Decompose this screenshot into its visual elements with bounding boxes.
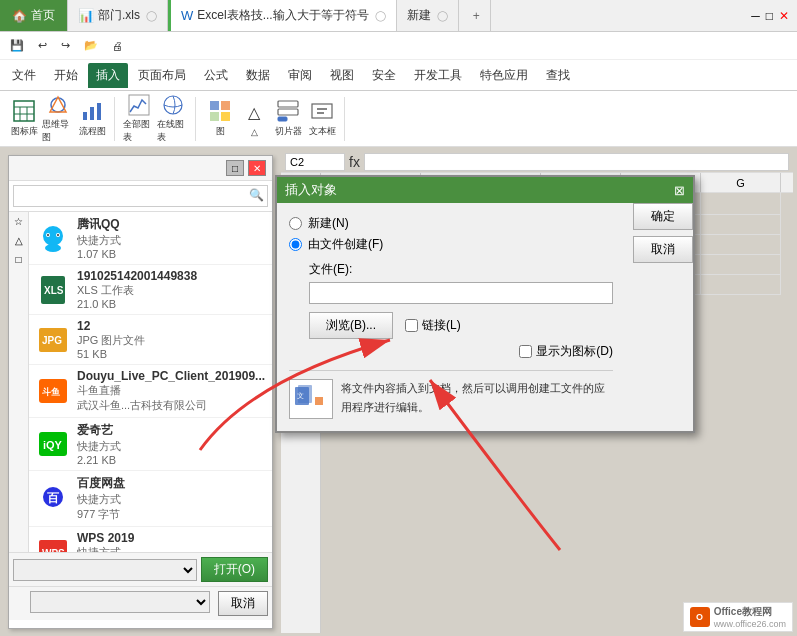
dialog-buttons: 确定 取消 [633,203,693,263]
desc-text: 将文件内容插入到文档，然后可以调用创建工文件的应用程序进行编辑。 [341,379,613,416]
browse-button[interactable]: 浏览(B)... [309,312,393,339]
icon-display-label[interactable]: 显示为图标(D) [519,343,613,360]
icon-display-text: 显示为图标(D) [536,343,613,360]
link-label-text: 链接(L) [422,317,461,334]
browse-row: 浏览(B)... 链接(L) [309,312,613,339]
dialog-desc: 文 将文件内容插入到文档，然后可以调用创建工文件的应用程序进行编辑。 [289,370,613,419]
radio-new-input[interactable] [289,217,302,230]
icon-display-checkbox[interactable] [519,345,532,358]
file-path-input[interactable] [309,282,613,304]
radio-from-file-input[interactable] [289,238,302,251]
dialog-body: 新建(N) 由文件创建(F) 文件(E): 浏览(B)... 链接(L) [277,203,693,431]
radio-new-label[interactable]: 新建(N) [289,215,613,232]
dialog-cancel-button[interactable]: 取消 [633,236,693,263]
radio-group: 新建(N) 由文件创建(F) [289,215,613,253]
svg-text:文: 文 [297,392,304,399]
radio-new-text: 新建(N) [308,215,349,232]
radio-from-file-text: 由文件创建(F) [308,236,383,253]
dialog-title-bar: 插入对象 ⊠ [277,177,693,203]
desc-icon: 文 [289,379,333,419]
file-label: 文件(E): [309,261,613,278]
dialog-overlay: 插入对象 ⊠ 新建(N) 由文件创建(F) 文件(E): [0,0,797,636]
link-checkbox[interactable] [405,319,418,332]
link-label[interactable]: 链接(L) [405,317,461,334]
radio-from-file-label[interactable]: 由文件创建(F) [289,236,613,253]
insert-object-dialog: 插入对象 ⊠ 新建(N) 由文件创建(F) 文件(E): [275,175,695,433]
icon-row: 显示为图标(D) [309,343,613,360]
dialog-title-text: 插入对象 [285,181,337,199]
dialog-ok-button[interactable]: 确定 [633,203,693,230]
dialog-title-icon: ⊠ [674,183,685,198]
file-section: 文件(E): 浏览(B)... 链接(L) 显示为图标(D) [309,261,613,360]
